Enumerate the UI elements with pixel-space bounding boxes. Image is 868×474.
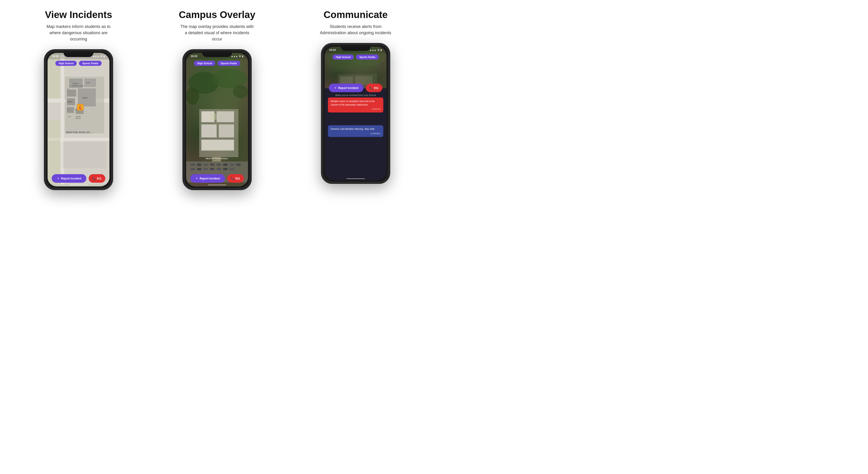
battery-icon: ▮ — [103, 55, 105, 58]
feature-title-2: Campus Overlay — [179, 9, 255, 20]
phone-icon-3: 📞 — [369, 86, 373, 90]
report-incident-button-2[interactable]: ＋ Report Incident — [190, 174, 225, 183]
home-indicator-3 — [346, 178, 365, 179]
feature-title-1: View Incidents — [45, 9, 112, 20]
feature-subtitle-1: Map markers inform students as to where … — [41, 24, 116, 42]
wifi-icon: ⌘ — [100, 55, 102, 58]
page-container: View Incidents Map markers inform studen… — [14, 9, 420, 190]
call-911-button-3[interactable]: 📞 911 — [366, 84, 382, 92]
plus-icon-3: ＋ — [334, 86, 337, 90]
tags-row-1: High School Sports Fields — [48, 61, 110, 66]
call-911-button-2[interactable]: 📞 911 — [227, 174, 244, 183]
feature-communicate: Communicate Students receive alerts from… — [296, 9, 416, 184]
svg-rect-50 — [197, 168, 202, 170]
svg-text:Entrance: Entrance — [212, 159, 218, 160]
feature-view-incidents: View Incidents Map markers inform studen… — [19, 9, 138, 190]
svg-point-32 — [233, 85, 248, 98]
phone-1: Fitness Exercise Center Gym Gym 1 Admin.… — [44, 49, 113, 190]
alert-text-2: Extreme Cold Weather Warning. Stay Safe. — [331, 127, 380, 131]
battery-icon-3: ▮ — [380, 49, 382, 51]
alert-time-1: 10:28 AM — [331, 108, 380, 110]
alert-text-1: Multiple cases of vandalism have led to … — [331, 100, 380, 107]
svg-rect-51 — [204, 168, 208, 170]
feature-campus-overlay: Campus Overlay The map overlay provides … — [157, 9, 277, 190]
phone-3: 10:23 ▲▲▲ ⌘ ▮ High School Sports Fields … — [321, 43, 390, 184]
tag-sportsfields-3[interactable]: Sports Fields — [356, 55, 379, 60]
svg-rect-43 — [204, 164, 208, 166]
tag-sportsfields-2[interactable]: Sports Fields — [218, 61, 240, 66]
call-911-button-1[interactable]: 📞 911 — [89, 174, 105, 183]
tags-row-2: High School Sports Fields — [186, 61, 248, 66]
home-indicator-2 — [208, 184, 226, 185]
status-time-3: 10:23 — [329, 49, 336, 51]
svg-rect-52 — [210, 168, 215, 170]
svg-text:Gym: Gym — [86, 82, 90, 84]
report-incident-button-1[interactable]: ＋ Report Incident — [52, 174, 86, 183]
svg-rect-46 — [223, 164, 227, 166]
report-incident-button-3[interactable]: ＋ Report Incident — [329, 84, 364, 92]
svg-rect-42 — [197, 164, 202, 166]
alerts-section-label: Alerts you've received from your School — [325, 94, 386, 96]
bottom-bar-2: ＋ Report Incident 📞 911 — [186, 174, 248, 183]
btn-911-label-3: 911 — [374, 86, 378, 90]
bottom-bar-1: ＋ Report Incident 📞 911 — [48, 174, 110, 183]
tag-sportsfields-1[interactable]: Sports Fields — [79, 61, 102, 66]
svg-text:Athletic: Athletic — [76, 116, 81, 117]
campus-map-svg-1: Fitness Exercise Center Gym Gym 1 Admin.… — [48, 53, 110, 186]
wifi-icon-3: ⌘ — [377, 49, 380, 51]
tag-highschool-2[interactable]: High School — [194, 61, 215, 66]
status-time-1: 10:23 — [52, 55, 59, 58]
svg-text:A4: A4 — [75, 109, 76, 111]
svg-text:Admin...: Admin... — [68, 101, 73, 102]
btn-911-label-1: 911 — [97, 177, 101, 180]
svg-rect-10 — [67, 90, 76, 96]
status-icons-2: ▲▲▲ ⌘ ▮ — [231, 55, 243, 58]
map-background-1: Fitness Exercise Center Gym Gym 1 Admin.… — [48, 53, 110, 186]
svg-text:Gym 1: Gym 1 — [83, 96, 88, 99]
svg-rect-48 — [236, 164, 241, 166]
feature-subtitle-3: Students receive alerts from Administrat… — [319, 24, 393, 36]
alert-card-2: Extreme Cold Weather Warning. Stay Safe.… — [328, 125, 383, 137]
svg-rect-44 — [210, 164, 215, 166]
svg-text:Exercise Center: Exercise Center — [71, 85, 84, 87]
svg-rect-17 — [63, 142, 106, 168]
alert-card-1: Multiple cases of vandalism have led to … — [328, 97, 383, 113]
svg-rect-49 — [190, 168, 195, 170]
wifi-icon-2: ⌘ — [239, 55, 241, 58]
signal-icon-2: ▲▲▲ — [231, 55, 238, 58]
plus-icon-2: ＋ — [195, 176, 198, 180]
svg-rect-41 — [190, 164, 195, 166]
plus-icon-1: ＋ — [57, 176, 60, 180]
svg-point-31 — [186, 87, 199, 105]
phone-screen-1: Fitness Exercise Center Gym Gym 1 Admin.… — [48, 53, 110, 186]
report-label-1: Report Incident — [61, 177, 81, 180]
btn-911-label-2: 911 — [235, 177, 240, 180]
phone-2: WESTON HIGH SCHOOL Entrance 10:23 ▲▲▲ ⌘ … — [182, 49, 252, 190]
tag-highschool-1[interactable]: High School — [55, 61, 77, 66]
svg-rect-45 — [217, 164, 221, 166]
signal-icon-3: ▲▲▲ — [369, 49, 376, 51]
status-bar-2: 10:23 ▲▲▲ ⌘ ▮ — [186, 53, 248, 59]
svg-rect-35 — [217, 111, 234, 122]
svg-text:Director: Director — [75, 118, 81, 119]
phone-screen-3: 10:23 ▲▲▲ ⌘ ▮ High School Sports Fields … — [325, 47, 386, 180]
svg-rect-36 — [202, 124, 217, 138]
status-icons-1: ▲▲▲ ⌘ ▮ — [92, 55, 105, 58]
signal-icon: ▲▲▲ — [92, 55, 99, 58]
phone-icon-2: 📞 — [231, 177, 235, 180]
svg-text:WESTON HIGH SC...: WESTON HIGH SC... — [66, 131, 93, 134]
tag-highschool-3[interactable]: High School — [333, 55, 354, 60]
action-buttons-row-3: ＋ Report Incident 📞 911 — [325, 84, 386, 92]
status-time-2: 10:23 — [191, 55, 197, 58]
svg-text:Fitness: Fitness — [73, 83, 79, 85]
battery-icon-2: ▮ — [242, 55, 243, 58]
svg-rect-54 — [223, 168, 227, 170]
satellite-map-svg: WESTON HIGH SCHOOL Entrance — [186, 59, 248, 186]
svg-rect-39 — [210, 113, 217, 120]
status-bar-3: 10:23 ▲▲▲ ⌘ ▮ — [325, 47, 386, 53]
svg-text:🧯: 🧯 — [78, 105, 83, 110]
home-indicator-1 — [69, 184, 88, 185]
svg-rect-53 — [217, 168, 221, 170]
report-label-2: Report Incident — [199, 177, 220, 180]
svg-text:A2: A2 — [67, 88, 69, 90]
